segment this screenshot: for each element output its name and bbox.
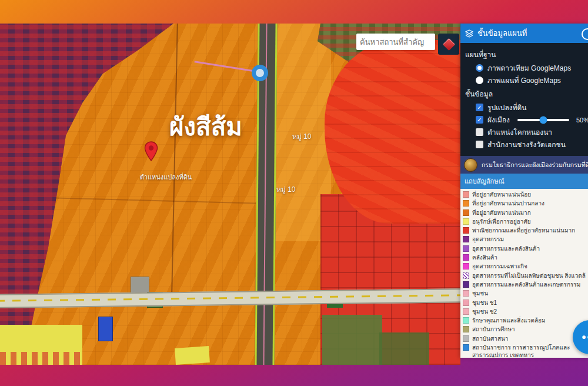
legend-swatch (463, 236, 469, 242)
pin-caption: ตำแหน่งแปลงที่ดิน (113, 172, 219, 182)
legend-item: พาณิชยกรรมและที่อยู่อาศัยหนาแน่นมาก (463, 227, 586, 235)
map-canvas[interactable]: ผังสีส้ม ตำแหน่งแปลงที่ดิน หมู่ 10 หมู่ … (0, 24, 460, 365)
zone-olive-bottom (379, 332, 429, 365)
gem-icon (442, 38, 455, 50)
zone-plan-label: ผังสีส้ม (106, 107, 306, 146)
zone-olive-bottom (322, 315, 382, 365)
agency-banner: กรมโยธาธิการและผังเมืองร่วมกับกรมที่ดิน (460, 156, 588, 174)
legend-swatch (463, 263, 469, 269)
parcel-blue (98, 317, 113, 341)
legend-item: อนุรักษ์เพื่อการอยู่อาศัย (463, 218, 586, 227)
basemap-option[interactable]: ภาพแผนที่ GoogleMaps (476, 74, 583, 86)
legend-label: สถาบันการศึกษา (472, 325, 515, 333)
legend-label: ชุมชน (472, 290, 488, 297)
checkbox[interactable] (476, 128, 483, 136)
legend-swatch (463, 300, 469, 306)
legend-label: อุตสาหกรรม (472, 235, 504, 243)
parcel-boundary-line (56, 198, 256, 204)
parcel-boundary-line (171, 24, 178, 293)
legend-swatch (463, 218, 469, 225)
panel-title: ชั้นข้อมูลแผนที่ (477, 27, 527, 39)
legend-item: สถาบันการศึกษา (463, 325, 586, 334)
legend-swatch (463, 191, 469, 198)
layers-panel: ชั้นข้อมูลแผนที่ แผนที่ฐาน ภาพดาวเทียม G… (460, 24, 588, 358)
legend-label: อุตสาหกรรมที่ไม่เป็นมลพิษต่อชุมชน สิ่งแว… (472, 272, 586, 279)
opacity-slider[interactable] (517, 119, 569, 121)
legend-swatch (463, 272, 469, 279)
legend-swatch (463, 344, 469, 351)
legend-label: อุตสาหกรรมและคลังสินค้า (472, 245, 540, 252)
area-label: หมู่ 10 (292, 131, 312, 142)
legend-swatch (463, 317, 469, 324)
collapse-icon[interactable] (582, 28, 588, 40)
app-window: ผังสีส้ม ตำแหน่งแปลงที่ดิน หมู่ 10 หมู่ … (0, 0, 588, 386)
legend-item: ชุมชน ช1 (463, 299, 586, 308)
legend-swatch (463, 290, 469, 297)
basemap-option-label: ภาพดาวเทียม GoogleMaps (487, 62, 571, 74)
legend-label: สถาบันศาสนา (472, 335, 508, 342)
legend-item: อุตสาหกรรม (463, 235, 586, 244)
legend-label: พาณิชยกรรมและที่อยู่อาศัยหนาแน่นมาก (472, 227, 575, 234)
agency-banner-text: กรมโยธาธิการและผังเมืองร่วมกับกรมที่ดิน (482, 160, 588, 170)
legend-item: ที่อยู่อาศัยหนาแน่นมาก (463, 209, 586, 218)
legend-item: ที่อยู่อาศัยหนาแน่นปานกลาง (463, 199, 586, 208)
layer-label: รูปแปลงที่ดิน (487, 102, 527, 113)
checkbox[interactable] (476, 104, 483, 111)
legend-label: ชุมชน ช2 (472, 308, 497, 315)
basemap-option-label: ภาพแผนที่ GoogleMaps (487, 75, 561, 86)
zone-yellow-small (175, 346, 210, 365)
transit-line (194, 61, 259, 72)
legend-list: ที่อยู่อาศัยหนาแน่นน้อยที่อยู่อาศัยหนาแน… (460, 189, 588, 358)
layer-label: ตำแหน่งโคกหนองนา (487, 127, 552, 138)
legend-label: ที่อยู่อาศัยหนาแน่นมาก (472, 209, 531, 217)
legend-label: ที่อยู่อาศัยหนาแน่นปานกลาง (472, 199, 544, 207)
checkbox[interactable] (476, 116, 483, 124)
radio-button[interactable] (476, 64, 483, 72)
legend-header: แถบสัญลักษณ์ (460, 174, 588, 189)
layer-controls: แผนที่ฐาน ภาพดาวเทียม GoogleMapsภาพแผนที… (460, 43, 588, 156)
layer-label: ผังเมือง (487, 114, 510, 125)
layer-toggle[interactable]: ตำแหน่งโคกหนองนา (476, 126, 583, 138)
legend-item: อุตสาหกรรมเฉพาะกิจ (463, 262, 586, 271)
legend-item: รักษาคุณภาพและสิ่งแวดล้อม (463, 317, 586, 325)
layer-label: สำนักงานช่างรังวัดเอกชน (487, 139, 566, 150)
legend-item: อุตสาหกรรมและคลังสินค้า (463, 245, 586, 254)
layers-icon (465, 29, 473, 38)
search-logo-button[interactable] (438, 34, 459, 55)
slider-thumb[interactable] (539, 116, 547, 124)
legend-item: ชุมชน ช2 (463, 308, 586, 317)
interchange-node (252, 65, 268, 81)
search-input[interactable] (356, 34, 435, 50)
legend-label: อุตสาหกรรมเฉพาะกิจ (472, 262, 527, 270)
zone-yellow (0, 325, 82, 365)
legend-item: อุตสาหกรรมที่ไม่เป็นมลพิษต่อชุมชน สิ่งแว… (463, 272, 586, 281)
legend-label: คลังสินค้า (472, 254, 497, 261)
legend-label: ชุมชน ช1 (472, 299, 497, 307)
opacity-value: 50% (576, 117, 588, 124)
legend-label: อุตสาหกรรมและคลังสินค้าและเกษตรกรรม (472, 281, 580, 288)
legend-item: ชุมชน (463, 290, 586, 298)
legend-label: ที่อยู่อาศัยหนาแน่นน้อย (472, 191, 531, 198)
legend-swatch (463, 335, 469, 342)
radio-button[interactable] (476, 76, 483, 84)
legend-item: สถาบันศาสนา (463, 335, 586, 344)
basemap-section-label: แผนที่ฐาน (465, 49, 583, 60)
area-label: หมู่ 10 (276, 184, 296, 195)
layer-toggle[interactable]: สำนักงานช่างรังวัดเอกชน (476, 138, 583, 151)
legend-swatch (463, 254, 469, 261)
legend-swatch (463, 245, 469, 252)
legend-item: คลังสินค้า (463, 254, 586, 262)
legend-label: อนุรักษ์เพื่อการอยู่อาศัย (472, 218, 531, 225)
layers-section-label: ชั้นข้อมูล (465, 88, 583, 99)
legend-swatch (463, 308, 469, 315)
layer-toggle[interactable]: รูปแปลงที่ดิน (476, 101, 583, 114)
legend-item: สถาบันราชการ การสาธารณูปโภคและสาธารณูปกา… (463, 344, 586, 358)
legend-swatch (463, 326, 469, 332)
panel-header: ชั้นข้อมูลแผนที่ (460, 24, 588, 43)
checkbox[interactable] (476, 141, 483, 148)
legend-item: ที่อยู่อาศัยหนาแน่นน้อย (463, 191, 586, 199)
layer-toggle[interactable]: ผังเมือง50% (476, 114, 583, 126)
legend-swatch (463, 227, 469, 234)
map-pin-icon[interactable] (144, 141, 158, 161)
basemap-option[interactable]: ภาพดาวเทียม GoogleMaps (476, 62, 583, 74)
